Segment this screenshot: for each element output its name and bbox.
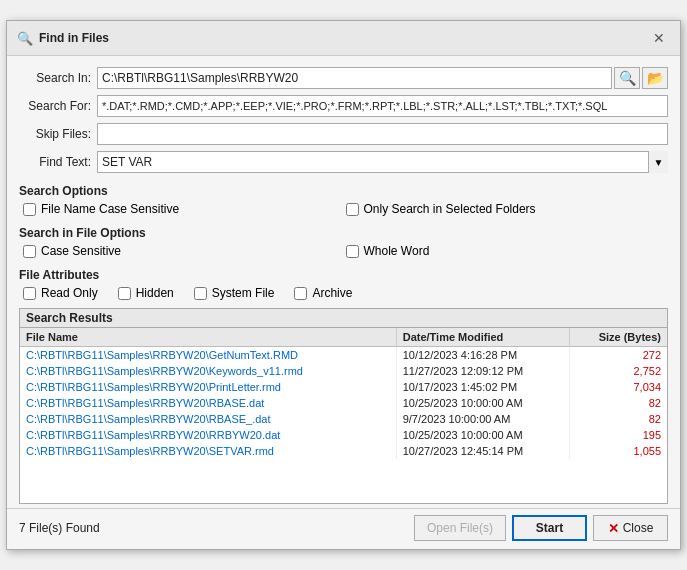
cell-size: 82 xyxy=(570,411,667,427)
find-text-input[interactable] xyxy=(97,151,668,173)
table-row[interactable]: C:\RBTl\RBG11\Samples\RRBYW20\Keywords_v… xyxy=(20,363,667,379)
whole-word-item[interactable]: Whole Word xyxy=(346,244,669,258)
only-search-selected-folders-item[interactable]: Only Search in Selected Folders xyxy=(346,202,669,216)
magnify-icon: 🔍 xyxy=(619,70,636,86)
cell-date-time: 9/7/2023 10:00:00 AM xyxy=(396,411,569,427)
archive-item[interactable]: Archive xyxy=(294,286,352,300)
window-icon: 🔍 xyxy=(17,31,33,46)
cell-size: 272 xyxy=(570,347,667,364)
cell-date-time: 10/12/2023 4:16:28 PM xyxy=(396,347,569,364)
close-label: Close xyxy=(623,521,654,535)
only-search-selected-folders-label: Only Search in Selected Folders xyxy=(364,202,536,216)
read-only-item[interactable]: Read Only xyxy=(23,286,98,300)
table-row[interactable]: C:\RBTl\RBG11\Samples\RRBYW20\SETVAR.rmd… xyxy=(20,443,667,459)
cell-size: 1,055 xyxy=(570,443,667,459)
cell-file-name: C:\RBTl\RBG11\Samples\RRBYW20\RBASE_.dat xyxy=(20,411,396,427)
case-sensitive-item[interactable]: Case Sensitive xyxy=(23,244,346,258)
cell-file-name: C:\RBTl\RBG11\Samples\RRBYW20\PrintLette… xyxy=(20,379,396,395)
cell-date-time: 10/27/2023 12:45:14 PM xyxy=(396,443,569,459)
whole-word-label: Whole Word xyxy=(364,244,430,258)
close-button[interactable]: ✕ Close xyxy=(593,515,668,541)
hidden-checkbox[interactable] xyxy=(118,287,131,300)
col-date-time: Date/Time Modified xyxy=(396,328,569,347)
skip-files-label: Skip Files: xyxy=(19,127,91,141)
cell-date-time: 11/27/2023 12:09:12 PM xyxy=(396,363,569,379)
cell-date-time: 10/17/2023 1:45:02 PM xyxy=(396,379,569,395)
find-text-combo-wrap: ▼ xyxy=(97,151,668,173)
find-in-files-dialog: 🔍 Find in Files ✕ Search In: 🔍 📂 Search … xyxy=(6,20,681,550)
file-attributes-row: Read Only Hidden System File Archive xyxy=(19,286,668,300)
search-options-row: File Name Case Sensitive Only Search in … xyxy=(19,202,668,216)
read-only-label: Read Only xyxy=(41,286,98,300)
only-search-selected-folders-checkbox[interactable] xyxy=(346,203,359,216)
table-row[interactable]: C:\RBTl\RBG11\Samples\RRBYW20\GetNumText… xyxy=(20,347,667,364)
search-in-file-options-label: Search in File Options xyxy=(19,226,668,240)
results-table: File Name Date/Time Modified Size (Bytes… xyxy=(20,328,667,459)
close-x-icon: ✕ xyxy=(608,521,619,536)
open-files-label: Open File(s) xyxy=(427,521,493,535)
window-title: Find in Files xyxy=(39,31,109,45)
col-file-name: File Name xyxy=(20,328,396,347)
files-found-status: 7 File(s) Found xyxy=(19,521,100,535)
search-results-label: Search Results xyxy=(19,308,668,327)
read-only-checkbox[interactable] xyxy=(23,287,36,300)
table-row[interactable]: C:\RBTl\RBG11\Samples\RRBYW20\RBASE_.dat… xyxy=(20,411,667,427)
start-button[interactable]: Start xyxy=(512,515,587,541)
cell-size: 7,034 xyxy=(570,379,667,395)
archive-checkbox[interactable] xyxy=(294,287,307,300)
cell-date-time: 10/25/2023 10:00:00 AM xyxy=(396,395,569,411)
skip-files-row: Skip Files: xyxy=(19,122,668,146)
folder-icon: 📂 xyxy=(647,70,664,86)
cell-size: 82 xyxy=(570,395,667,411)
skip-files-input[interactable] xyxy=(97,123,668,145)
search-in-input-group: 🔍 📂 xyxy=(97,67,668,89)
find-text-row: Find Text: ▼ xyxy=(19,150,668,174)
table-row[interactable]: C:\RBTl\RBG11\Samples\RRBYW20\PrintLette… xyxy=(20,379,667,395)
system-file-label: System File xyxy=(212,286,275,300)
search-in-browse-button[interactable]: 🔍 xyxy=(614,67,640,89)
find-text-label: Find Text: xyxy=(19,155,91,169)
action-buttons: Open File(s) Start ✕ Close xyxy=(414,515,668,541)
search-in-file-options-row: Case Sensitive Whole Word xyxy=(19,244,668,258)
whole-word-checkbox[interactable] xyxy=(346,245,359,258)
results-outer: Search Results File Name Date/Time Modif… xyxy=(7,308,680,504)
results-table-header: File Name Date/Time Modified Size (Bytes… xyxy=(20,328,667,347)
search-for-input[interactable] xyxy=(97,95,668,117)
results-inner: File Name Date/Time Modified Size (Bytes… xyxy=(19,327,668,504)
case-sensitive-checkbox[interactable] xyxy=(23,245,36,258)
search-options-label: Search Options xyxy=(19,184,668,198)
search-for-row: Search For: xyxy=(19,94,668,118)
hidden-item[interactable]: Hidden xyxy=(118,286,174,300)
system-file-checkbox[interactable] xyxy=(194,287,207,300)
cell-date-time: 10/25/2023 10:00:00 AM xyxy=(396,427,569,443)
search-in-folder-button[interactable]: 📂 xyxy=(642,67,668,89)
cell-file-name: C:\RBTl\RBG11\Samples\RRBYW20\SETVAR.rmd xyxy=(20,443,396,459)
start-label: Start xyxy=(536,521,563,535)
results-table-body[interactable]: File Name Date/Time Modified Size (Bytes… xyxy=(20,328,667,503)
cell-file-name: C:\RBTl\RBG11\Samples\RRBYW20\RBASE.dat xyxy=(20,395,396,411)
form-content: Search In: 🔍 📂 Search For: Skip Files: xyxy=(7,56,680,308)
file-name-case-sensitive-checkbox[interactable] xyxy=(23,203,36,216)
system-file-item[interactable]: System File xyxy=(194,286,275,300)
file-name-case-sensitive-label: File Name Case Sensitive xyxy=(41,202,179,216)
table-row[interactable]: C:\RBTl\RBG11\Samples\RRBYW20\RBASE.dat1… xyxy=(20,395,667,411)
search-for-label: Search For: xyxy=(19,99,91,113)
window-close-button[interactable]: ✕ xyxy=(648,27,670,49)
cell-size: 195 xyxy=(570,427,667,443)
cell-file-name: C:\RBTl\RBG11\Samples\RRBYW20\GetNumText… xyxy=(20,347,396,364)
cell-file-name: C:\RBTl\RBG11\Samples\RRBYW20\Keywords_v… xyxy=(20,363,396,379)
search-in-input[interactable] xyxy=(97,67,612,89)
table-row[interactable]: C:\RBTl\RBG11\Samples\RRBYW20\RRBYW20.da… xyxy=(20,427,667,443)
cell-size: 2,752 xyxy=(570,363,667,379)
file-attributes-label: File Attributes xyxy=(19,268,668,282)
cell-file-name: C:\RBTl\RBG11\Samples\RRBYW20\RRBYW20.da… xyxy=(20,427,396,443)
search-in-label: Search In: xyxy=(19,71,91,85)
archive-label: Archive xyxy=(312,286,352,300)
open-files-button[interactable]: Open File(s) xyxy=(414,515,506,541)
results-rows: C:\RBTl\RBG11\Samples\RRBYW20\GetNumText… xyxy=(20,347,667,460)
status-bar: 7 File(s) Found Open File(s) Start ✕ Clo… xyxy=(7,508,680,549)
search-in-row: Search In: 🔍 📂 xyxy=(19,66,668,90)
title-bar: 🔍 Find in Files ✕ xyxy=(7,21,680,56)
file-name-case-sensitive-item[interactable]: File Name Case Sensitive xyxy=(23,202,346,216)
hidden-label: Hidden xyxy=(136,286,174,300)
